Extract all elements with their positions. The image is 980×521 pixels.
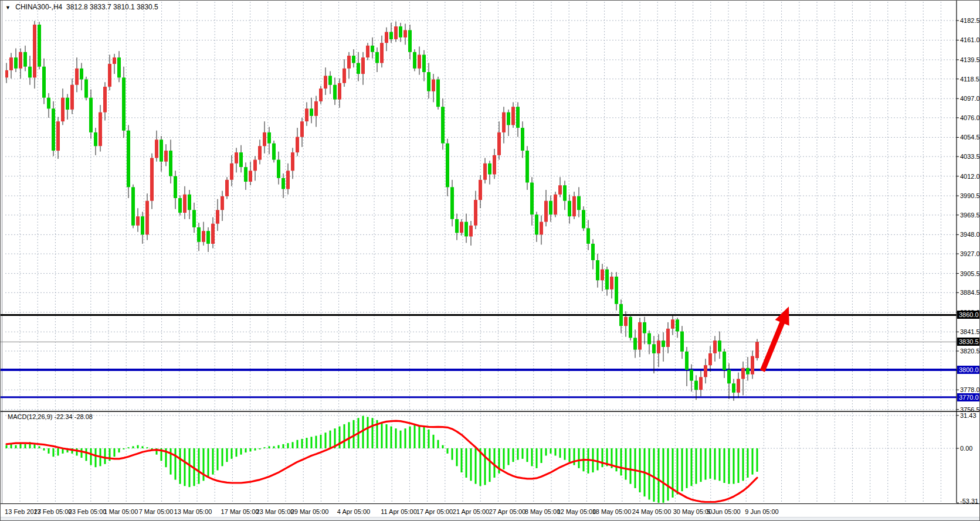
candle [23, 52, 27, 67]
candle [75, 69, 79, 85]
macd-tick-label: 31.43 [960, 412, 976, 419]
candle [272, 144, 276, 160]
symbol-ohlc-readout: 3812.8 3833.7 3810.1 3830.5 [66, 3, 158, 11]
candle [704, 365, 707, 377]
candle [338, 83, 341, 100]
candle [343, 69, 346, 83]
candle [127, 131, 130, 188]
macd-tick-label: 0.00 [960, 445, 972, 452]
grid [5, 2, 957, 503]
macd-histogram [6, 416, 758, 504]
candle [169, 151, 172, 176]
candle [244, 167, 247, 182]
candle [282, 178, 285, 189]
time-label: 8 May 05:00 [525, 508, 561, 515]
candle [183, 195, 186, 213]
candle [755, 342, 759, 358]
time-label: 11 Apr 05:00 [381, 508, 417, 515]
candle [450, 187, 454, 219]
price-tag-3830.5: 3830.5 [957, 338, 980, 346]
candle [328, 76, 332, 85]
candle [103, 87, 107, 113]
candle [521, 128, 524, 151]
candle [28, 67, 32, 78]
candle [9, 57, 13, 70]
candle [371, 46, 374, 52]
candle [751, 356, 754, 374]
candle [591, 244, 595, 260]
candle [713, 340, 717, 353]
candle [253, 160, 257, 171]
candle [230, 164, 233, 180]
candle [652, 344, 656, 353]
candle [723, 352, 726, 370]
candle [263, 132, 266, 146]
time-label: 27 Apr 05:00 [489, 508, 525, 515]
candle [155, 139, 158, 158]
candle [685, 352, 689, 370]
candle [131, 187, 135, 225]
candle [14, 57, 18, 69]
candle [314, 101, 318, 116]
candle [310, 108, 313, 116]
candle [249, 171, 252, 182]
candle [305, 108, 308, 121]
candle [61, 98, 65, 122]
time-label: 21 Apr 05:00 [453, 508, 489, 515]
time-label: 17 Mar 05:00 [221, 508, 259, 515]
candle [197, 227, 201, 242]
candle [596, 260, 599, 280]
time-label: 1 Mar 05:00 [104, 508, 138, 515]
price-tag-3800.0: 3800.0 [957, 366, 980, 374]
candle [225, 180, 229, 196]
candle [47, 98, 50, 109]
time-label: 23 Mar 05:00 [256, 508, 294, 515]
candle [511, 107, 515, 125]
candle [605, 270, 609, 290]
bottom-band [1, 517, 980, 521]
symbol-dropdown-icon[interactable]: ▼ [5, 5, 11, 11]
price-tick-label: 4033.5 [960, 153, 980, 160]
candle [277, 160, 280, 178]
candle [117, 57, 121, 77]
price-tick-label: 3820.5 [960, 348, 980, 355]
candle [150, 158, 154, 201]
price-tick-label: 3927.0 [960, 250, 980, 257]
candle [535, 214, 538, 234]
candle [216, 210, 219, 223]
candle [568, 201, 571, 217]
candle [38, 25, 41, 67]
candle [493, 155, 496, 175]
macd-tick-label: -53.31 [960, 498, 978, 505]
candle [502, 113, 506, 132]
time-label: 13 Mar 05:00 [174, 508, 212, 515]
candle [206, 231, 210, 244]
candle [202, 231, 205, 242]
candle [643, 322, 646, 333]
candle [113, 57, 116, 64]
candle [633, 338, 637, 349]
candle [572, 196, 576, 216]
chart-canvas[interactable] [1, 1, 980, 521]
candle [455, 219, 459, 233]
candle [89, 98, 93, 132]
candle [638, 322, 642, 350]
chart-window: ▼ CHINA300-,H4 3812.8 3833.7 3810.1 3830… [0, 0, 980, 521]
up-arrow-annotation[interactable] [762, 307, 789, 371]
candle [610, 277, 613, 290]
candle [19, 52, 22, 69]
candle [488, 164, 491, 175]
candle [66, 98, 69, 110]
price-tick-label: 3990.5 [960, 192, 980, 199]
candle [422, 55, 426, 72]
candle [629, 317, 632, 338]
candle [558, 185, 562, 195]
candle [699, 377, 703, 390]
candle [469, 226, 473, 237]
candle [680, 332, 684, 352]
candle [408, 30, 412, 52]
candle [366, 46, 369, 57]
candle [549, 201, 552, 214]
candle [296, 137, 299, 153]
candle [544, 201, 548, 222]
